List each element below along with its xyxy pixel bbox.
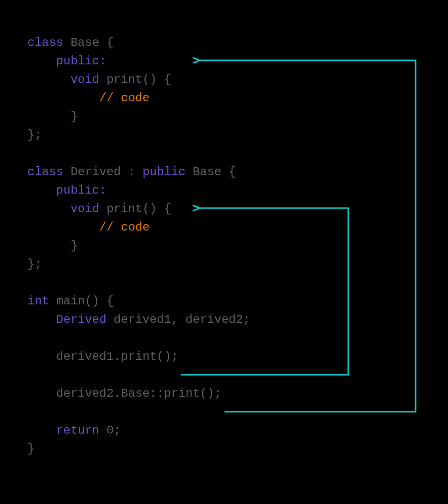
- brace-open: {: [228, 165, 235, 179]
- call-derived2-base-print: derived2.Base::print();: [56, 387, 222, 400]
- code-diagram: class Base { public: void print() { // c…: [27, 15, 448, 458]
- keyword-class: class: [27, 36, 63, 49]
- keyword-class: class: [27, 165, 63, 179]
- var-decl: derived1, derived2;: [114, 313, 250, 326]
- brace-close: }: [27, 442, 34, 456]
- brace-close: }: [70, 239, 77, 252]
- colon: :: [128, 165, 135, 179]
- class-name-base: Base: [70, 36, 99, 49]
- keyword-public-inherit: public: [142, 165, 185, 179]
- keyword-return: return: [56, 424, 99, 437]
- method-print-base: print() {: [106, 73, 171, 86]
- keyword-public: public:: [56, 54, 107, 68]
- call-derived1-print: derived1.print();: [56, 350, 179, 363]
- brace-close: }: [70, 110, 77, 123]
- comment-code: // code: [99, 91, 150, 105]
- class-name-derived: Derived: [70, 165, 121, 179]
- brace-close-semi: };: [27, 128, 42, 142]
- keyword-void: void: [70, 73, 99, 86]
- method-print-derived: print() {: [106, 202, 171, 216]
- keyword-int: int: [27, 294, 49, 308]
- return-value: 0;: [106, 424, 121, 437]
- brace-close-semi: };: [27, 257, 42, 271]
- keyword-void: void: [70, 202, 99, 216]
- keyword-public: public:: [56, 184, 107, 197]
- comment-code: // code: [99, 221, 150, 234]
- main-sig: main() {: [56, 294, 114, 308]
- base-ref: Base: [193, 165, 222, 179]
- type-derived: Derived: [56, 313, 107, 326]
- brace-open: {: [106, 36, 113, 49]
